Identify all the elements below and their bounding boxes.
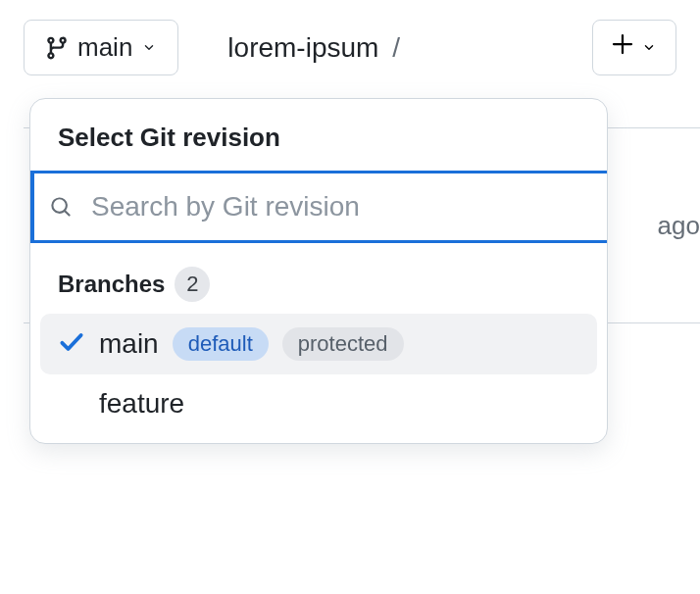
- breadcrumb-repo[interactable]: lorem-ipsum: [227, 32, 378, 63]
- branch-name: main: [99, 328, 159, 360]
- branch-item-main[interactable]: main default protected: [40, 314, 597, 374]
- time-fragment: ago: [658, 211, 700, 241]
- branches-section-header: Branches 2: [30, 243, 607, 314]
- breadcrumb-separator: /: [392, 32, 400, 63]
- branches-count-badge: 2: [175, 267, 210, 302]
- chevron-down-icon: [640, 32, 658, 63]
- search-wrapper: [30, 171, 607, 243]
- branch-name: feature: [99, 388, 184, 420]
- default-badge: default: [173, 327, 269, 361]
- branch-button-label: main: [77, 32, 132, 63]
- breadcrumb: lorem-ipsum /: [227, 32, 400, 64]
- revision-selector-popover: Select Git revision Branches 2 main defa…: [29, 98, 608, 444]
- branch-selector-button[interactable]: main: [24, 20, 178, 75]
- search-input[interactable]: [30, 171, 607, 243]
- branch-item-feature[interactable]: feature: [40, 374, 597, 433]
- branch-list: main default protected feature: [30, 314, 607, 433]
- popover-title: Select Git revision: [30, 99, 607, 171]
- chevron-down-icon: [140, 32, 158, 63]
- add-button[interactable]: [592, 20, 676, 75]
- branches-label: Branches: [58, 271, 165, 298]
- header-row: main lorem-ipsum /: [0, 0, 700, 95]
- check-icon: [58, 328, 85, 360]
- protected-badge: protected: [282, 327, 404, 361]
- git-branch-icon: [44, 35, 70, 61]
- plus-icon: [611, 32, 634, 63]
